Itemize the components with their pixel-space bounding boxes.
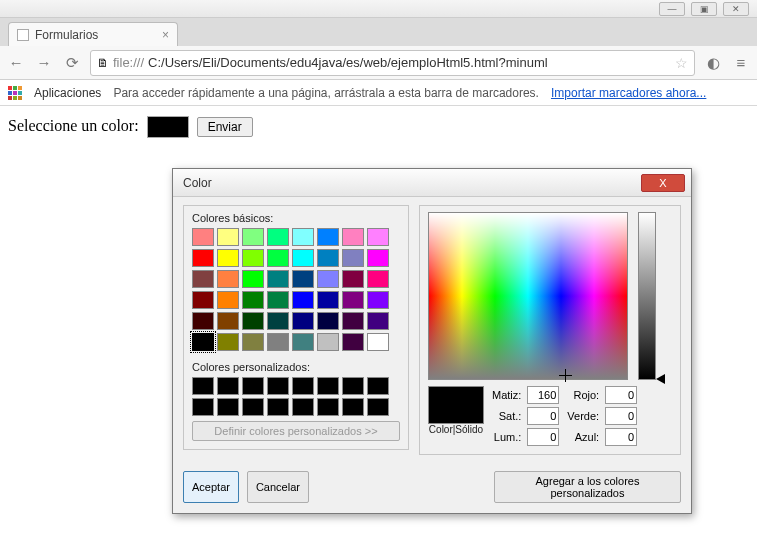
basic-color-swatch[interactable] xyxy=(292,291,314,309)
custom-color-swatch[interactable] xyxy=(367,377,389,395)
custom-color-swatch[interactable] xyxy=(242,398,264,416)
basic-color-swatch[interactable] xyxy=(317,249,339,267)
basic-color-swatch[interactable] xyxy=(317,270,339,288)
import-bookmarks-link[interactable]: Importar marcadores ahora... xyxy=(551,86,706,100)
forward-button[interactable]: → xyxy=(34,53,54,73)
basic-color-swatch[interactable] xyxy=(342,228,364,246)
basic-color-swatch[interactable] xyxy=(242,249,264,267)
basic-color-swatch[interactable] xyxy=(367,312,389,330)
extension-icon[interactable]: ◐ xyxy=(703,53,723,73)
basic-color-swatch[interactable] xyxy=(292,333,314,351)
color-gradient-picker[interactable] xyxy=(428,212,628,380)
basic-color-swatch[interactable] xyxy=(242,291,264,309)
apps-label[interactable]: Aplicaciones xyxy=(34,86,101,100)
bookmark-star-icon[interactable]: ☆ xyxy=(675,55,688,71)
basic-color-swatch[interactable] xyxy=(342,312,364,330)
basic-colors-grid xyxy=(192,228,400,351)
basic-color-swatch[interactable] xyxy=(192,333,214,351)
basic-color-swatch[interactable] xyxy=(292,228,314,246)
custom-color-swatch[interactable] xyxy=(292,398,314,416)
basic-color-swatch[interactable] xyxy=(242,312,264,330)
lum-input[interactable] xyxy=(527,428,559,446)
address-bar[interactable]: 🗎 file:/// C:/Users/Eli/Documents/edu4ja… xyxy=(90,50,695,76)
window-close-button[interactable]: ✕ xyxy=(723,2,749,16)
basic-color-swatch[interactable] xyxy=(192,249,214,267)
basic-color-swatch[interactable] xyxy=(217,291,239,309)
basic-color-swatch[interactable] xyxy=(367,291,389,309)
basic-color-swatch[interactable] xyxy=(292,249,314,267)
basic-color-swatch[interactable] xyxy=(367,333,389,351)
ok-button[interactable]: Aceptar xyxy=(183,471,239,503)
blue-input[interactable] xyxy=(605,428,637,446)
custom-color-swatch[interactable] xyxy=(267,398,289,416)
custom-color-swatch[interactable] xyxy=(317,398,339,416)
red-input[interactable] xyxy=(605,386,637,404)
basic-color-swatch[interactable] xyxy=(267,228,289,246)
basic-color-swatch[interactable] xyxy=(342,333,364,351)
basic-color-swatch[interactable] xyxy=(267,333,289,351)
basic-color-swatch[interactable] xyxy=(367,270,389,288)
menu-button[interactable]: ≡ xyxy=(731,53,751,73)
custom-color-swatch[interactable] xyxy=(217,377,239,395)
window-minimize-button[interactable]: — xyxy=(659,2,685,16)
basic-color-swatch[interactable] xyxy=(317,333,339,351)
custom-color-swatch[interactable] xyxy=(192,377,214,395)
basic-color-swatch[interactable] xyxy=(342,270,364,288)
basic-color-swatch[interactable] xyxy=(192,270,214,288)
custom-color-swatch[interactable] xyxy=(367,398,389,416)
basic-color-swatch[interactable] xyxy=(267,291,289,309)
basic-color-swatch[interactable] xyxy=(367,249,389,267)
basic-color-swatch[interactable] xyxy=(367,228,389,246)
basic-color-swatch[interactable] xyxy=(217,228,239,246)
basic-color-swatch[interactable] xyxy=(192,291,214,309)
custom-color-swatch[interactable] xyxy=(342,377,364,395)
basic-color-swatch[interactable] xyxy=(242,228,264,246)
basic-color-swatch[interactable] xyxy=(292,270,314,288)
luminance-slider[interactable] xyxy=(638,212,656,380)
custom-color-swatch[interactable] xyxy=(292,377,314,395)
basic-color-swatch[interactable] xyxy=(317,312,339,330)
green-input[interactable] xyxy=(605,407,637,425)
custom-color-swatch[interactable] xyxy=(267,377,289,395)
browser-tab[interactable]: Formularios × xyxy=(8,22,178,46)
basic-color-swatch[interactable] xyxy=(267,270,289,288)
basic-color-swatch[interactable] xyxy=(267,312,289,330)
basic-color-swatch[interactable] xyxy=(192,228,214,246)
basic-color-swatch[interactable] xyxy=(242,270,264,288)
basic-color-swatch[interactable] xyxy=(217,333,239,351)
basic-color-swatch[interactable] xyxy=(217,249,239,267)
hue-input[interactable] xyxy=(527,386,559,404)
basic-color-swatch[interactable] xyxy=(217,270,239,288)
custom-colors-label: Colores personalizados: xyxy=(192,361,400,373)
basic-color-swatch[interactable] xyxy=(342,291,364,309)
submit-button[interactable]: Enviar xyxy=(197,117,253,137)
custom-color-swatch[interactable] xyxy=(192,398,214,416)
sat-input[interactable] xyxy=(527,407,559,425)
basic-color-swatch[interactable] xyxy=(217,312,239,330)
color-input[interactable] xyxy=(147,116,189,138)
window-maximize-button[interactable]: ▣ xyxy=(691,2,717,16)
reload-button[interactable]: ⟳ xyxy=(62,53,82,73)
basic-color-swatch[interactable] xyxy=(192,312,214,330)
dialog-close-button[interactable]: X xyxy=(641,174,685,192)
color-sample-label: Color|Sólido xyxy=(428,424,484,435)
custom-color-swatch[interactable] xyxy=(217,398,239,416)
dialog-titlebar[interactable]: Color X xyxy=(173,169,691,197)
apps-icon[interactable] xyxy=(8,86,22,100)
add-to-custom-button[interactable]: Agregar a los colores personalizados xyxy=(494,471,681,503)
picker-crosshair-icon[interactable] xyxy=(559,369,572,382)
cancel-button[interactable]: Cancelar xyxy=(247,471,309,503)
basic-color-swatch[interactable] xyxy=(292,312,314,330)
basic-color-swatch[interactable] xyxy=(242,333,264,351)
basic-color-swatch[interactable] xyxy=(267,249,289,267)
tab-close-button[interactable]: × xyxy=(162,28,169,42)
basic-color-swatch[interactable] xyxy=(317,228,339,246)
back-button[interactable]: ← xyxy=(6,53,26,73)
custom-color-swatch[interactable] xyxy=(342,398,364,416)
luminance-pointer-icon[interactable] xyxy=(656,374,665,384)
custom-color-swatch[interactable] xyxy=(242,377,264,395)
basic-color-swatch[interactable] xyxy=(342,249,364,267)
basic-color-swatch[interactable] xyxy=(317,291,339,309)
custom-color-swatch[interactable] xyxy=(317,377,339,395)
define-custom-colors-button[interactable]: Definir colores personalizados >> xyxy=(192,421,400,441)
